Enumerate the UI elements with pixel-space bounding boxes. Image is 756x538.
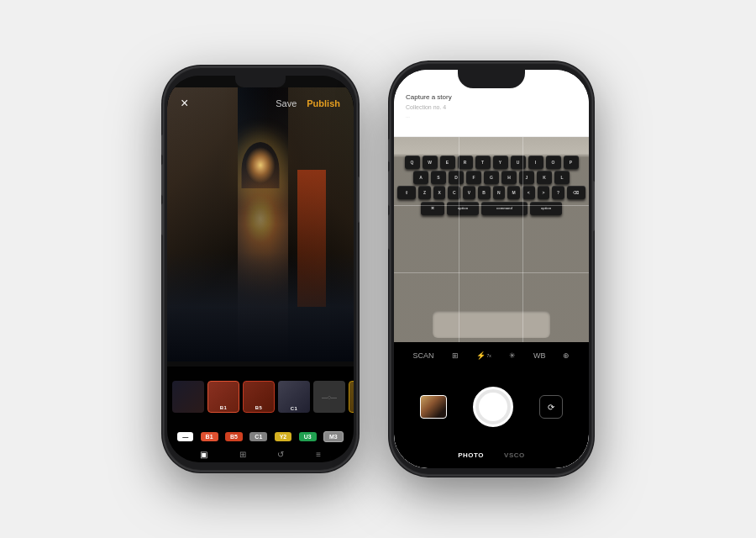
save-button[interactable]: Save — [276, 98, 297, 108]
photo-editor: × Save Publish B1 B5 — [167, 76, 354, 462]
key-option: option — [447, 202, 479, 215]
key-i: I — [528, 156, 543, 169]
filter-thumb-y2[interactable]: Y2 — [349, 381, 354, 413]
left-phone-screen: × Save Publish B1 B5 — [167, 76, 354, 462]
filter-label: C1 — [278, 406, 310, 411]
note-title: Capture a story — [406, 93, 577, 101]
note-subtitle: Collection no. 4 — [406, 104, 577, 110]
filter-badge-y2[interactable]: Y2 — [275, 432, 292, 441]
key-c: C — [448, 186, 460, 199]
key-w: W — [423, 156, 438, 169]
filter-thumb-b5[interactable]: B5 — [243, 381, 275, 413]
mute-button-r[interactable] — [388, 139, 391, 162]
filter-badge-u3[interactable]: U3 — [299, 432, 317, 441]
camera-controls-row: SCAN ⊞ ⚡7x ✳ WB ⊕ — [394, 342, 589, 369]
key-row-3: ⇧ Z X C V B N M < > ? ⌫ — [397, 186, 585, 199]
adjust-icon[interactable]: ⊞ — [239, 450, 246, 459]
crop-icon[interactable]: ▣ — [200, 450, 207, 459]
key-j: J — [519, 171, 534, 184]
editor-topbar: × Save Publish — [167, 96, 354, 111]
power-button-r[interactable] — [592, 181, 595, 231]
hdr-control[interactable]: ✳ — [509, 351, 516, 360]
key-p: P — [564, 156, 579, 169]
filter-label: B1 — [208, 405, 239, 410]
filter-badge-c1[interactable]: C1 — [249, 432, 267, 441]
notch-right — [458, 70, 525, 88]
filter-label: B5 — [244, 405, 274, 410]
trackpad — [433, 311, 549, 338]
camera-thumbnail[interactable] — [420, 395, 447, 419]
key-backspace: ⌫ — [567, 186, 585, 199]
filter-badge-b5[interactable]: B5 — [225, 432, 243, 441]
key-row-1: Q W E R T Y U I O P — [397, 156, 585, 169]
key-u: U — [511, 156, 526, 169]
filter-thumb-adj[interactable]: —○— — [313, 381, 345, 413]
key-q: Q — [405, 156, 420, 169]
key-y: Y — [493, 156, 508, 169]
filters-strip[interactable]: B1 B5 C1 —○— Y2 U3 — [167, 367, 354, 427]
wb-control[interactable]: WB — [533, 351, 546, 360]
filter-thumb-b1[interactable]: B1 — [207, 381, 239, 413]
key-l: L — [554, 171, 570, 184]
key-t: T — [475, 156, 491, 169]
key-s: S — [431, 171, 446, 184]
grid-control[interactable]: ⊞ — [452, 351, 459, 360]
tab-photo[interactable]: PHOTO — [458, 451, 484, 459]
right-phone-screen: Capture a story Collection no. 4 ... Q W — [394, 70, 589, 468]
key-n: N — [493, 186, 506, 199]
flip-icon: ⟳ — [548, 403, 554, 412]
key-shift: ⇧ — [397, 186, 416, 199]
volume-up-button-r[interactable] — [388, 171, 391, 206]
key-m: M — [507, 186, 520, 199]
shutter-button[interactable] — [473, 387, 513, 427]
camera-bottom: ⟳ — [394, 369, 589, 445]
key-f: F — [466, 171, 481, 184]
flip-camera-button[interactable]: ⟳ — [539, 395, 563, 419]
scene: × Save Publish B1 B5 — [0, 0, 756, 538]
key-slash: ? — [552, 186, 564, 199]
photo-preview — [167, 87, 354, 361]
filter-badge-b1[interactable]: B1 — [201, 432, 218, 441]
key-cmd: ⌘ — [421, 202, 444, 215]
note-small: ... — [406, 113, 577, 119]
power-button[interactable] — [357, 177, 360, 223]
keyboard-photo: Q W E R T Y U I O P — [394, 137, 589, 342]
filter-label: Y2 — [349, 405, 354, 410]
filter-badge-m3[interactable]: M3 — [323, 431, 344, 442]
key-z: Z — [418, 186, 431, 199]
key-d: D — [449, 171, 464, 184]
filter-thumb-none[interactable] — [172, 381, 204, 413]
key-a: A — [413, 171, 428, 184]
key-space: command — [481, 202, 528, 215]
key-v: V — [463, 186, 475, 199]
revert-icon[interactable]: ↺ — [277, 450, 284, 459]
volume-up-button[interactable] — [161, 164, 164, 196]
tab-vsco[interactable]: VSCO — [504, 451, 525, 459]
key-comma: < — [522, 186, 535, 199]
volume-down-button-r[interactable] — [388, 214, 391, 250]
editor-toolbar: ▣ ⊞ ↺ ≡ — [167, 446, 354, 462]
camera-app: Capture a story Collection no. 4 ... Q W — [394, 70, 589, 468]
key-e: E — [440, 156, 455, 169]
camera-viewfinder[interactable]: Q W E R T Y U I O P — [394, 137, 589, 342]
key-o: O — [546, 156, 561, 169]
mute-button[interactable] — [161, 134, 164, 156]
key-b: B — [478, 186, 491, 199]
volume-down-button[interactable] — [161, 203, 164, 235]
more-icon[interactable]: ≡ — [316, 450, 321, 459]
key-k: K — [537, 171, 552, 184]
publish-button[interactable]: Publish — [307, 98, 340, 108]
flash-control[interactable]: ⚡7x — [476, 351, 491, 360]
camera-tab-bar: PHOTO VSCO — [394, 445, 589, 468]
phone-right: Capture a story Collection no. 4 ... Q W — [391, 63, 592, 475]
filter-badge-none[interactable]: — — [177, 432, 193, 441]
zoom-control[interactable]: ⊕ — [563, 351, 570, 360]
close-button[interactable]: × — [181, 96, 188, 111]
key-g: G — [484, 171, 499, 184]
filter-labels-row: — B1 B5 C1 Y2 U3 M3 — [167, 427, 354, 446]
keyboard-keys: Q W E R T Y U I O P — [394, 154, 589, 302]
filter-thumb-c1[interactable]: C1 — [278, 381, 310, 413]
key-x: X — [433, 186, 446, 199]
scan-control[interactable]: SCAN — [413, 351, 434, 360]
key-r: R — [458, 156, 473, 169]
